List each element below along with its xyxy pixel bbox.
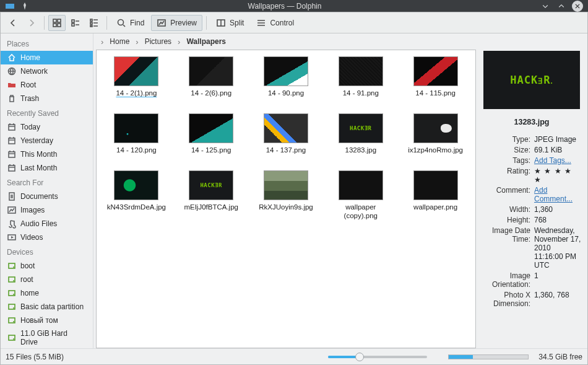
- file-item[interactable]: 14 - 2(1).png: [100, 56, 173, 112]
- file-item[interactable]: RkXJUoyin9s.jpg: [250, 170, 322, 226]
- sidebar-item-audio-files[interactable]: Audio Files: [1, 217, 93, 231]
- sidebar-item-label: boot: [20, 262, 35, 270]
- info-value[interactable]: Add Tags...: [534, 156, 581, 165]
- file-item[interactable]: 14 - 120.png: [100, 113, 173, 169]
- sidebar-item-images[interactable]: Images: [1, 203, 93, 217]
- info-row: Photo X Dimension:1,360, 768: [482, 289, 581, 309]
- file-name-label: kN43SrdmDeA.jpg: [107, 203, 166, 211]
- info-key: Size:: [482, 146, 530, 154]
- chevron-right-icon: ›: [132, 37, 142, 46]
- file-item[interactable]: 14 - 125.png: [175, 113, 248, 169]
- sidebar-item-root[interactable]: Root: [1, 78, 93, 92]
- zoom-slider[interactable]: [328, 356, 427, 358]
- info-row: Height:768: [482, 214, 581, 225]
- file-thumbnail: [413, 170, 458, 200]
- chevron-left-icon: [8, 18, 18, 28]
- file-item[interactable]: 14 - 2(6).png: [175, 56, 248, 112]
- file-name-label: 13283.jpg: [345, 146, 377, 154]
- file-name-label: 14 - 2(1).png: [116, 89, 157, 97]
- sidebar-item-home[interactable]: home: [1, 286, 93, 300]
- svg-rect-4: [72, 20, 74, 22]
- file-thumbnail: [114, 170, 158, 200]
- sidebar-item-11-0-gib-hard-drive[interactable]: 11.0 GiB Hard Drive: [1, 327, 93, 348]
- breadcrumb-item-current[interactable]: Wallpapers: [185, 36, 227, 47]
- sidebar-item-yesterday[interactable]: Yesterday: [1, 134, 93, 147]
- view-compact-button[interactable]: [67, 15, 84, 31]
- sidebar-item-last-month[interactable]: Last Month: [1, 161, 93, 175]
- sidebar-item-trash[interactable]: Trash: [1, 92, 93, 105]
- sidebar-item-label: home: [20, 289, 39, 297]
- info-value: Wednesday, November 17, 2010 11:16:00 PM…: [534, 226, 581, 270]
- trash-icon: [7, 94, 17, 103]
- breadcrumb-item[interactable]: Home: [108, 36, 131, 47]
- sidebar-item-network[interactable]: Network: [1, 64, 93, 78]
- file-item[interactable]: wallpaper (copy).png: [324, 170, 397, 226]
- sidebar-item-today[interactable]: Today: [1, 120, 93, 134]
- info-key: Type:: [482, 135, 530, 144]
- globe-icon: [7, 66, 17, 76]
- info-row: Type:JPEG Image: [482, 134, 581, 144]
- sidebar-item-label: Home: [20, 53, 40, 62]
- sidebar-item-this-month[interactable]: This Month: [1, 147, 93, 161]
- file-name-label: wallpaper (copy).png: [329, 203, 393, 221]
- pin-icon[interactable]: [20, 1, 30, 11]
- svg-rect-15: [9, 152, 15, 157]
- video-icon: [7, 232, 17, 242]
- file-thumbnail: [413, 113, 458, 143]
- info-preview-thumbnail: HACKƎR.: [483, 51, 580, 109]
- file-item[interactable]: HACKƎR mEIjJ0fBTCA.jpg: [175, 170, 248, 226]
- breadcrumb-item[interactable]: Pictures: [144, 36, 173, 47]
- info-value: 69.1 KiB: [534, 146, 581, 154]
- file-name-label: RkXJUoyin9s.jpg: [259, 203, 313, 211]
- info-value: 768: [534, 216, 581, 224]
- svg-rect-16: [9, 165, 15, 171]
- file-item[interactable]: 14 - 115.png: [399, 56, 472, 112]
- file-view[interactable]: 14 - 2(1).png 14 - 2(6).png 14 - 90.png …: [96, 50, 476, 348]
- sidebar-item-boot[interactable]: boot: [1, 259, 93, 273]
- maximize-button[interactable]: [556, 1, 567, 12]
- split-button[interactable]: Split: [210, 15, 249, 31]
- file-thumbnail: HACKƎR: [189, 170, 233, 200]
- minimize-button[interactable]: [540, 1, 551, 12]
- file-item[interactable]: kN43SrdmDeA.jpg: [100, 170, 173, 226]
- sidebar-item-videos[interactable]: Videos: [1, 231, 93, 244]
- forward-button[interactable]: [23, 15, 40, 31]
- app-menu-icon[interactable]: [5, 1, 15, 11]
- sidebar-item-root[interactable]: root: [1, 273, 93, 286]
- sidebar-item-home[interactable]: Home: [1, 51, 93, 64]
- file-item[interactable]: 14 - 137.png: [250, 113, 322, 169]
- info-value: 1,360: [534, 205, 581, 214]
- find-button[interactable]: Find: [111, 15, 150, 31]
- sidebar-item--[interactable]: Новый том: [1, 314, 93, 327]
- sidebar-item-label: Network: [20, 67, 48, 76]
- info-filename: 13283.jpg: [482, 118, 581, 126]
- file-name-label: 14 - 120.png: [116, 146, 157, 154]
- info-row: Size:69.1 KiB: [482, 144, 581, 155]
- folder-red-icon: [7, 80, 17, 90]
- view-details-button[interactable]: [85, 15, 103, 31]
- sidebar-item-label: Today: [20, 123, 40, 131]
- sidebar-item-documents[interactable]: Documents: [1, 190, 93, 203]
- info-key: Comment:: [482, 186, 530, 203]
- file-item[interactable]: 14 - 91.png: [324, 56, 397, 112]
- toolbar: Find Preview Split Control: [1, 12, 587, 33]
- file-item[interactable]: wallpaper.png: [399, 170, 472, 226]
- info-value[interactable]: Add Comment...: [534, 186, 581, 203]
- control-button[interactable]: Control: [251, 15, 300, 31]
- view-icons-button[interactable]: [48, 15, 66, 31]
- search-icon: [116, 18, 126, 28]
- grid-icon: [52, 18, 62, 28]
- file-item[interactable]: ix1zp4noRmo.jpg: [399, 113, 472, 169]
- sidebar-item-basic-data-partition[interactable]: Basic data partition: [1, 300, 93, 314]
- breadcrumb: › Home › Pictures › Wallpapers: [93, 33, 587, 50]
- sidebar-item-label: Audio Files: [20, 219, 57, 228]
- file-name-label: wallpaper.png: [413, 203, 457, 211]
- back-button[interactable]: [4, 15, 22, 31]
- close-button[interactable]: [572, 1, 583, 12]
- info-row: Image Date Time:Wednesday, November 17, …: [482, 225, 581, 270]
- svg-rect-8: [90, 25, 92, 27]
- file-item[interactable]: HACKƎR 13283.jpg: [324, 113, 397, 169]
- preview-button[interactable]: Preview: [151, 15, 202, 31]
- info-row: Comment:Add Comment...: [482, 185, 581, 204]
- file-item[interactable]: 14 - 90.png: [250, 56, 322, 112]
